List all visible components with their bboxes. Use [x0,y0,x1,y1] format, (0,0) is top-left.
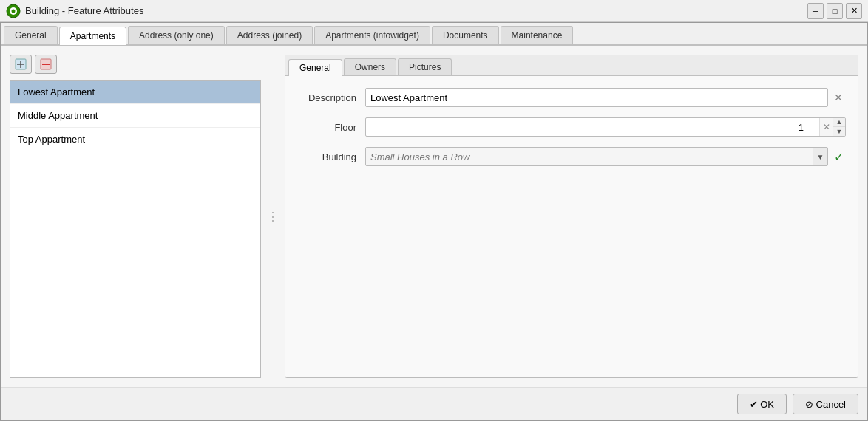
content-area: Lowest Apartment Middle Appartment Top A… [1,46,867,387]
ok-button[interactable]: ✔ OK [737,394,787,414]
description-label: Description [297,92,356,103]
left-panel: Lowest Apartment Middle Appartment Top A… [10,55,261,378]
tab-address-joined[interactable]: Address (joined) [226,26,313,44]
delete-record-button[interactable] [35,55,57,74]
list-item[interactable]: Lowest Apartment [10,81,260,104]
floor-input-wrap: ✕ ▲ ▼ [365,117,846,137]
form-area: Description ✕ Floor ✕ ▲ [285,76,858,377]
floor-up-button[interactable]: ▲ [833,117,845,127]
svg-point-2 [12,9,16,13]
tab-maintenance[interactable]: Maintenance [501,26,574,44]
tab-bar: General Apartments Address (only one) Ad… [1,23,867,46]
floor-field: ✕ ▲ ▼ [365,117,846,137]
building-select-wrap: ▼ [365,147,828,166]
floor-row: Floor ✕ ▲ ▼ [297,117,846,137]
apartments-list: Lowest Apartment Middle Appartment Top A… [10,80,261,378]
inner-tab-bar: General Owners Pictures [285,55,858,76]
floor-label: Floor [297,122,356,133]
add-record-button[interactable] [10,55,32,74]
building-row: Building ▼ ✓ [297,147,846,166]
description-row: Description ✕ [297,88,846,107]
tab-general[interactable]: General [4,26,58,44]
floor-down-button[interactable]: ▼ [833,127,845,137]
title-bar-left: Building - Feature Attributes [6,4,143,18]
description-field: ✕ [365,88,846,107]
inner-tab-pictures[interactable]: Pictures [398,58,452,75]
qgis-logo [6,4,21,18]
floor-input[interactable] [366,122,819,133]
building-label: Building [297,151,356,162]
cancel-button[interactable]: ⊘ Cancel [793,394,858,414]
building-dropdown-button[interactable]: ▼ [813,148,827,165]
list-toolbar [10,55,261,74]
floor-clear-button[interactable]: ✕ [819,118,833,136]
drag-handle[interactable]: ⋮ [270,55,276,378]
building-input[interactable] [366,151,813,162]
close-button[interactable]: ✕ [846,3,862,19]
title-bar: Building - Feature Attributes ─ □ ✕ [0,0,868,22]
list-item[interactable]: Middle Appartment [10,104,260,128]
tab-documents[interactable]: Documents [432,26,499,44]
list-item[interactable]: Top Appartment [10,128,260,151]
window-controls: ─ □ ✕ [807,3,862,19]
tab-apartments-infowidget[interactable]: Apartments (infowidget) [314,26,430,44]
tab-address-only-one[interactable]: Address (only one) [128,26,225,44]
description-clear-button[interactable]: ✕ [831,90,846,105]
right-panel: General Owners Pictures Description ✕ Fl… [285,55,858,378]
dialog: General Apartments Address (only one) Ad… [0,22,868,421]
window-title: Building - Feature Attributes [25,5,143,16]
building-confirm-button[interactable]: ✓ [831,149,846,164]
inner-tab-owners[interactable]: Owners [344,58,396,75]
tab-apartments[interactable]: Apartments [59,27,126,45]
maximize-button[interactable]: □ [827,3,843,19]
floor-spinners: ▲ ▼ [833,117,845,137]
minimize-button[interactable]: ─ [807,3,824,19]
footer: ✔ OK ⊘ Cancel [1,387,867,420]
building-field: ▼ ✓ [365,147,846,166]
inner-tab-general[interactable]: General [288,59,342,76]
description-input[interactable] [365,88,828,107]
